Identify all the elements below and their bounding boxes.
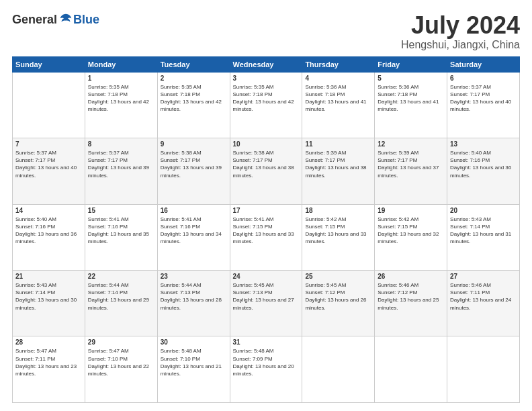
calendar-cell: 31Sunrise: 5:48 AMSunset: 7:09 PMDayligh…	[230, 336, 302, 403]
calendar-cell: 1Sunrise: 5:35 AMSunset: 7:18 PMDaylight…	[85, 72, 157, 138]
title-area: July 2024 Hengshui, Jiangxi, China	[401, 12, 520, 51]
calendar-cell: 22Sunrise: 5:44 AMSunset: 7:14 PMDayligh…	[85, 271, 157, 336]
calendar-cell: 12Sunrise: 5:39 AMSunset: 7:17 PMDayligh…	[375, 138, 447, 204]
day-info: Sunrise: 5:36 AMSunset: 7:18 PMDaylight:…	[305, 83, 371, 113]
calendar-cell: 25Sunrise: 5:45 AMSunset: 7:12 PMDayligh…	[302, 271, 375, 336]
calendar-cell	[447, 336, 520, 403]
calendar-cell: 2Sunrise: 5:35 AMSunset: 7:18 PMDaylight…	[157, 72, 230, 138]
day-number: 7	[15, 140, 82, 148]
day-number: 23	[161, 273, 227, 280]
day-info: Sunrise: 5:43 AMSunset: 7:14 PMDaylight:…	[450, 216, 517, 246]
calendar-cell: 14Sunrise: 5:40 AMSunset: 7:16 PMDayligh…	[13, 204, 85, 270]
calendar-cell: 4Sunrise: 5:36 AMSunset: 7:18 PMDaylight…	[302, 72, 375, 138]
day-number: 2	[161, 75, 227, 82]
day-info: Sunrise: 5:40 AMSunset: 7:16 PMDaylight:…	[15, 216, 82, 246]
day-number: 15	[88, 207, 154, 214]
day-number: 21	[15, 273, 82, 280]
day-info: Sunrise: 5:37 AMSunset: 7:17 PMDaylight:…	[15, 149, 82, 179]
calendar-cell: 28Sunrise: 5:47 AMSunset: 7:11 PMDayligh…	[13, 336, 85, 403]
day-number: 10	[233, 140, 300, 148]
calendar-table: SundayMondayTuesdayWednesdayThursdayFrid…	[12, 56, 520, 403]
week-row-1: 1Sunrise: 5:35 AMSunset: 7:18 PMDaylight…	[13, 72, 520, 138]
day-number: 27	[450, 273, 517, 280]
calendar-cell: 9Sunrise: 5:38 AMSunset: 7:17 PMDaylight…	[157, 138, 230, 204]
day-info: Sunrise: 5:37 AMSunset: 7:17 PMDaylight:…	[88, 149, 154, 179]
page: General Blue July 2024 Hengshui, Jiangxi…	[0, 0, 532, 411]
calendar-cell	[375, 336, 447, 403]
day-number: 30	[161, 338, 227, 346]
day-info: Sunrise: 5:40 AMSunset: 7:16 PMDaylight:…	[450, 149, 517, 179]
day-info: Sunrise: 5:35 AMSunset: 7:18 PMDaylight:…	[88, 83, 154, 113]
calendar-cell	[13, 72, 85, 138]
day-number: 29	[88, 338, 154, 346]
calendar-cell: 26Sunrise: 5:46 AMSunset: 7:12 PMDayligh…	[375, 271, 447, 336]
day-info: Sunrise: 5:39 AMSunset: 7:17 PMDaylight:…	[305, 149, 371, 179]
day-number: 20	[450, 207, 517, 214]
weekday-header-thursday: Thursday	[302, 56, 375, 72]
week-row-3: 14Sunrise: 5:40 AMSunset: 7:16 PMDayligh…	[13, 204, 520, 270]
header: General Blue July 2024 Hengshui, Jiangxi…	[12, 12, 520, 51]
day-info: Sunrise: 5:44 AMSunset: 7:13 PMDaylight:…	[161, 281, 227, 312]
calendar-cell: 10Sunrise: 5:38 AMSunset: 7:17 PMDayligh…	[230, 138, 302, 204]
calendar-cell: 3Sunrise: 5:35 AMSunset: 7:18 PMDaylight…	[230, 72, 302, 138]
calendar-cell: 5Sunrise: 5:36 AMSunset: 7:18 PMDaylight…	[375, 72, 447, 138]
calendar-cell: 29Sunrise: 5:47 AMSunset: 7:10 PMDayligh…	[85, 336, 157, 403]
day-number: 11	[305, 140, 371, 148]
day-info: Sunrise: 5:41 AMSunset: 7:15 PMDaylight:…	[233, 216, 300, 246]
day-number: 3	[233, 75, 300, 82]
day-info: Sunrise: 5:42 AMSunset: 7:15 PMDaylight:…	[305, 216, 371, 246]
calendar-cell: 11Sunrise: 5:39 AMSunset: 7:17 PMDayligh…	[302, 138, 375, 204]
day-info: Sunrise: 5:45 AMSunset: 7:12 PMDaylight:…	[305, 281, 371, 312]
day-number: 28	[15, 338, 82, 346]
subtitle: Hengshui, Jiangxi, China	[401, 39, 520, 51]
calendar-cell: 15Sunrise: 5:41 AMSunset: 7:16 PMDayligh…	[85, 204, 157, 270]
calendar-cell: 13Sunrise: 5:40 AMSunset: 7:16 PMDayligh…	[447, 138, 520, 204]
day-number: 13	[450, 140, 517, 148]
calendar-cell	[302, 336, 375, 403]
day-number: 26	[378, 273, 444, 280]
day-info: Sunrise: 5:48 AMSunset: 7:10 PMDaylight:…	[161, 347, 227, 377]
day-info: Sunrise: 5:39 AMSunset: 7:17 PMDaylight:…	[378, 149, 444, 179]
day-number: 22	[88, 273, 154, 280]
calendar-cell: 17Sunrise: 5:41 AMSunset: 7:15 PMDayligh…	[230, 204, 302, 270]
calendar-cell: 24Sunrise: 5:45 AMSunset: 7:13 PMDayligh…	[230, 271, 302, 336]
weekday-header-friday: Friday	[375, 56, 447, 72]
day-info: Sunrise: 5:45 AMSunset: 7:13 PMDaylight:…	[233, 281, 300, 312]
day-number: 18	[305, 207, 371, 214]
day-number: 4	[305, 75, 371, 82]
calendar-cell: 19Sunrise: 5:42 AMSunset: 7:15 PMDayligh…	[375, 204, 447, 270]
day-info: Sunrise: 5:37 AMSunset: 7:17 PMDaylight:…	[450, 83, 517, 113]
main-title: July 2024	[401, 12, 520, 39]
day-info: Sunrise: 5:44 AMSunset: 7:14 PMDaylight:…	[88, 281, 154, 312]
calendar-cell: 20Sunrise: 5:43 AMSunset: 7:14 PMDayligh…	[447, 204, 520, 270]
week-row-4: 21Sunrise: 5:43 AMSunset: 7:14 PMDayligh…	[13, 271, 520, 336]
weekday-header-saturday: Saturday	[447, 56, 520, 72]
day-number: 31	[233, 338, 300, 346]
calendar-cell: 21Sunrise: 5:43 AMSunset: 7:14 PMDayligh…	[13, 271, 85, 336]
calendar-cell: 16Sunrise: 5:41 AMSunset: 7:16 PMDayligh…	[157, 204, 230, 270]
week-row-5: 28Sunrise: 5:47 AMSunset: 7:11 PMDayligh…	[13, 336, 520, 403]
weekday-header-wednesday: Wednesday	[230, 56, 302, 72]
calendar-cell: 27Sunrise: 5:46 AMSunset: 7:11 PMDayligh…	[447, 271, 520, 336]
weekday-header-tuesday: Tuesday	[157, 56, 230, 72]
weekday-header-monday: Monday	[85, 56, 157, 72]
calendar-cell: 18Sunrise: 5:42 AMSunset: 7:15 PMDayligh…	[302, 204, 375, 270]
calendar-cell: 7Sunrise: 5:37 AMSunset: 7:17 PMDaylight…	[13, 138, 85, 204]
logo-bird-icon	[58, 12, 73, 27]
day-number: 9	[161, 140, 227, 148]
day-info: Sunrise: 5:46 AMSunset: 7:11 PMDaylight:…	[450, 281, 517, 312]
logo-general-text: General	[12, 13, 57, 27]
day-number: 16	[161, 207, 227, 214]
day-info: Sunrise: 5:38 AMSunset: 7:17 PMDaylight:…	[161, 149, 227, 179]
logo-blue-text: Blue	[73, 13, 99, 27]
calendar-cell: 6Sunrise: 5:37 AMSunset: 7:17 PMDaylight…	[447, 72, 520, 138]
day-info: Sunrise: 5:47 AMSunset: 7:10 PMDaylight:…	[88, 347, 154, 377]
day-number: 8	[88, 140, 154, 148]
day-number: 14	[15, 207, 82, 214]
day-info: Sunrise: 5:42 AMSunset: 7:15 PMDaylight:…	[378, 216, 444, 246]
day-info: Sunrise: 5:36 AMSunset: 7:18 PMDaylight:…	[378, 83, 444, 113]
weekday-header-sunday: Sunday	[13, 56, 85, 72]
day-number: 25	[305, 273, 371, 280]
day-number: 17	[233, 207, 300, 214]
day-info: Sunrise: 5:48 AMSunset: 7:09 PMDaylight:…	[233, 347, 300, 377]
